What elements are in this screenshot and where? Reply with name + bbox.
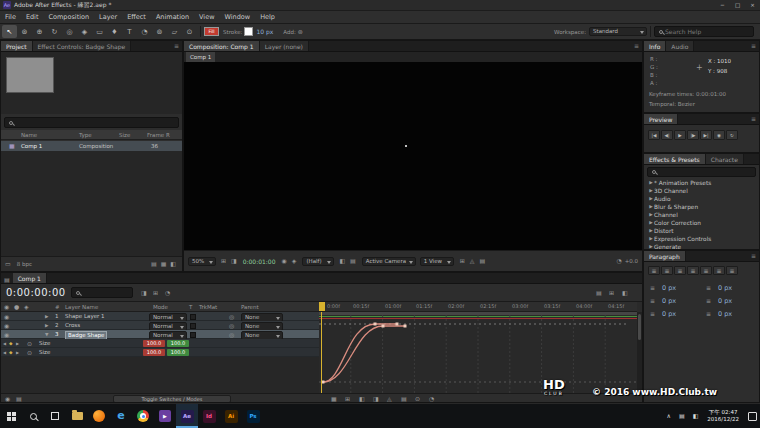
space-before-value[interactable]: 0 px — [662, 310, 676, 318]
menu-edit[interactable]: Edit — [21, 11, 44, 23]
graph-type-icon[interactable]: ▦ — [331, 396, 337, 402]
toggle-mask-icon[interactable]: ◨ — [231, 258, 237, 264]
property-row-size-2[interactable]: ◀ ◆ ▶ ⊙ Size 100.0 100.0 — [1, 348, 319, 357]
motion-blur-icon[interactable]: ⊞ — [609, 290, 614, 296]
col-size[interactable]: Size — [119, 132, 130, 138]
type-tool-icon[interactable]: T — [122, 25, 137, 38]
effects-item-channel[interactable]: ▶Channel — [644, 211, 759, 219]
viewer-timecode[interactable]: 0:00:01:00 — [243, 258, 276, 265]
keyframe-prev-icon[interactable]: ◀ — [3, 349, 6, 356]
graph-editor-icon[interactable]: ◧ — [622, 290, 628, 296]
choose-grid-icon[interactable]: ⊞ — [221, 258, 226, 264]
effects-item-generate[interactable]: ▶Generate — [644, 243, 759, 250]
composition-panel-menu-icon[interactable]: ≡ — [631, 41, 642, 51]
effects-item-color-correction[interactable]: ▶Color Correction — [644, 219, 759, 227]
layer-name[interactable]: Cross — [65, 322, 80, 329]
tab-effects-presets[interactable]: Effects & Presets — [644, 154, 706, 164]
tab-preview[interactable]: Preview — [644, 114, 678, 124]
pan-behind-tool-icon[interactable]: ◈ — [77, 25, 92, 38]
interpret-footage-icon[interactable]: ▭ — [5, 261, 11, 267]
mini-flowchart-icon[interactable]: ▤ — [479, 258, 485, 264]
col-type[interactable]: Type — [79, 132, 92, 138]
preserve-transparency-checkbox[interactable] — [190, 332, 196, 338]
last-frame-button[interactable]: ▶| — [700, 130, 712, 140]
keyframe-next-icon[interactable]: ▶ — [16, 349, 19, 356]
eye-icon[interactable]: ◉ — [4, 331, 9, 338]
align-left-button[interactable]: ≡ — [648, 266, 660, 275]
tab-layer-none[interactable]: Layer (none) — [260, 41, 309, 51]
indesign-taskbar-button[interactable]: Id — [198, 404, 220, 428]
new-folder-icon[interactable]: ▤ — [151, 261, 157, 267]
hide-shy-icon[interactable]: ◔ — [165, 290, 170, 296]
photoshop-taskbar-button[interactable]: Ps — [242, 404, 264, 428]
parent-pickwhip-icon[interactable]: ◎ — [229, 322, 234, 329]
rotation-tool-icon[interactable]: ↻ — [47, 25, 62, 38]
view-layout-dropdown[interactable]: 1 View — [420, 257, 454, 266]
menu-animation[interactable]: Animation — [151, 11, 194, 23]
region-of-interest-icon[interactable]: ◧ — [339, 258, 345, 264]
snapshot-icon[interactable]: ◉ — [282, 258, 287, 264]
stopwatch-icon[interactable]: ⊙ — [27, 340, 32, 347]
bit-depth-button[interactable]: 8 bpc — [17, 261, 32, 267]
first-frame-button[interactable]: |◀ — [648, 130, 660, 140]
property-name[interactable]: Size — [39, 340, 50, 347]
stopwatch-icon[interactable]: ⊙ — [27, 349, 32, 356]
project-search-box[interactable] — [4, 117, 179, 128]
loop-button[interactable]: ↻ — [726, 130, 738, 140]
brush-tool-icon[interactable]: ◔ — [137, 25, 152, 38]
pixel-aspect-icon[interactable]: ⊞ — [460, 258, 465, 264]
effects-item-distort[interactable]: ▶Distort — [644, 227, 759, 235]
effects-item-audio[interactable]: ▶Audio — [644, 195, 759, 203]
previous-frame-button[interactable]: ◀| — [661, 130, 673, 140]
fast-preview-icon[interactable]: ◬ — [470, 258, 475, 264]
info-panel-menu-icon[interactable]: ≡ — [748, 41, 759, 51]
justify-last-center-button[interactable]: ≡ — [700, 266, 712, 275]
tab-paragraph[interactable]: Paragraph — [644, 251, 686, 261]
eye-icon[interactable]: ◉ — [4, 313, 9, 320]
panel-menu-icon[interactable]: ≡ — [171, 41, 182, 51]
property-name[interactable]: Size — [39, 349, 50, 356]
parent-pickwhip-icon[interactable]: ◎ — [229, 331, 234, 338]
show-properties-icon[interactable]: ⊞ — [345, 396, 350, 402]
delete-item-icon[interactable]: ◧ — [170, 261, 176, 267]
audio-toggle-button[interactable]: ◉ — [713, 130, 725, 140]
col-name[interactable]: Name — [21, 132, 37, 138]
play-button[interactable]: ▶ — [674, 130, 686, 140]
preview-panel-menu-icon[interactable]: ≡ — [748, 114, 759, 124]
align-center-button[interactable]: ≡ — [661, 266, 673, 275]
add-menu-icon[interactable]: ⊚ — [298, 29, 303, 35]
tab-project[interactable]: Project — [1, 41, 33, 51]
tab-info[interactable]: Info — [644, 41, 666, 51]
close-button[interactable]: × — [745, 0, 760, 11]
col-layer-name[interactable]: Layer Name — [65, 304, 98, 310]
effects-item-blur-sharpen[interactable]: ▶Blur & Sharpen — [644, 203, 759, 211]
tray-expand-icon[interactable]: ∧ — [663, 413, 675, 419]
expand-switches-icon[interactable]: ▤ — [16, 396, 22, 402]
clone-stamp-tool-icon[interactable]: ⊚ — [152, 25, 167, 38]
taskbar-clock[interactable]: 下午 02:47 2016/12/22 — [702, 409, 744, 423]
fill-color-swatch[interactable]: Fill — [204, 27, 219, 36]
preserve-transparency-checkbox[interactable] — [190, 323, 196, 329]
project-search-input[interactable] — [15, 119, 176, 126]
taskbar-search-button[interactable] — [22, 404, 44, 428]
effects-item-3d-channel[interactable]: ▶3D Channel — [644, 187, 759, 195]
edge-button[interactable]: e — [110, 404, 132, 428]
camera-tool-icon[interactable]: ◎ — [62, 25, 77, 38]
puppet-pin-tool-icon[interactable]: ⊙ — [182, 25, 197, 38]
eye-icon[interactable]: ◉ — [4, 322, 9, 329]
space-between-value[interactable]: 0 px — [718, 310, 732, 318]
task-view-button[interactable] — [44, 404, 66, 428]
frame-blend-icon[interactable]: ▤ — [596, 290, 602, 296]
viewer-subtab-comp1[interactable]: Comp 1 — [186, 52, 215, 62]
align-right-button[interactable]: ≡ — [674, 266, 686, 275]
firefox-button[interactable] — [88, 404, 110, 428]
camera-dropdown[interactable]: Active Camera — [362, 257, 416, 266]
tab-character[interactable]: Characte — [706, 154, 744, 164]
indent-left-value[interactable]: 0 px — [662, 284, 676, 292]
action-center-button[interactable] — [744, 404, 760, 428]
effects-item-animation-presets[interactable]: ▶* Animation Presets — [644, 179, 759, 187]
layer-name[interactable]: Shape Layer 1 — [65, 313, 105, 320]
menu-view[interactable]: View — [194, 11, 219, 23]
col-mode[interactable]: Mode — [153, 304, 168, 310]
tab-timeline-comp1[interactable]: Comp 1 — [13, 273, 47, 283]
